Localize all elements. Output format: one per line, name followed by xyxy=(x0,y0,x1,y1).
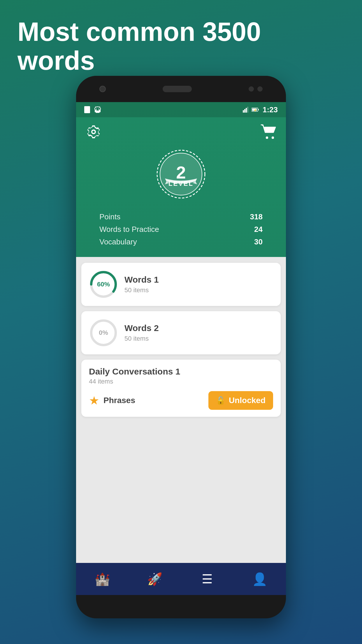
svg-text:⚡: ⚡ xyxy=(254,108,257,112)
stat-label-words: Words to Practice xyxy=(99,225,159,234)
unlock-label: Unlocked xyxy=(229,396,266,405)
status-bar: ⚡ 1:23 xyxy=(76,102,286,117)
stat-value-vocab: 30 xyxy=(254,237,263,246)
sensor-dot-2 xyxy=(257,86,263,92)
nav-item-rocket[interactable]: 🚀 xyxy=(129,563,181,595)
level-label: LEVEL xyxy=(168,180,194,188)
words1-progress: 60% xyxy=(89,270,118,299)
level-badge: 2 LEVEL xyxy=(153,146,209,202)
front-camera xyxy=(99,86,106,92)
phrases-label: Phrases xyxy=(103,396,135,405)
words1-title: Words 1 xyxy=(124,275,273,285)
words2-title: Words 2 xyxy=(124,323,273,333)
phone-screen: ⚡ 1:23 xyxy=(76,102,286,595)
settings-button[interactable] xyxy=(85,123,102,141)
status-left-icons xyxy=(84,106,102,113)
svg-point-2 xyxy=(99,109,99,110)
daily-card-footer: ★ Phrases 🔓 Unlocked xyxy=(89,391,273,410)
words1-subtitle: 50 items xyxy=(124,286,273,294)
words1-info: Words 1 50 items xyxy=(124,275,273,294)
words2-percent: 0% xyxy=(99,329,108,337)
list-icon: ☰ xyxy=(202,572,213,586)
daily-conversations-card[interactable]: Daily Conversations 1 44 items ★ Phrases… xyxy=(81,360,281,417)
daily-card-header: Daily Conversations 1 44 items xyxy=(89,367,273,385)
app-header xyxy=(76,117,286,146)
words1-card[interactable]: 60% Words 1 50 items xyxy=(81,263,281,306)
level-badge-container: 2 LEVEL xyxy=(76,146,286,202)
battery-icon: ⚡ xyxy=(252,107,260,112)
unlocked-button[interactable]: 🔓 Unlocked xyxy=(208,391,273,410)
unlock-icon: 🔓 xyxy=(216,396,225,405)
stat-label-points: Points xyxy=(99,212,120,221)
svg-rect-8 xyxy=(243,110,244,113)
shop-button[interactable] xyxy=(260,123,277,141)
status-right-icons: ⚡ 1:23 xyxy=(243,105,278,114)
phone-sensors xyxy=(249,86,263,92)
bottom-navigation: 🏰 🚀 ☰ 👤 xyxy=(76,563,286,595)
svg-point-1 xyxy=(96,109,97,110)
svg-line-3 xyxy=(95,106,96,107)
words1-percent: 60% xyxy=(97,281,110,288)
phone-top-bar xyxy=(76,76,286,102)
phrases-section: ★ Phrases xyxy=(89,394,135,407)
svg-rect-11 xyxy=(247,107,248,113)
star-icon: ★ xyxy=(89,394,99,407)
phone-bottom xyxy=(76,595,286,618)
cart-icon xyxy=(261,124,277,139)
svg-point-19 xyxy=(272,136,274,139)
words2-progress: 0% xyxy=(89,318,118,347)
words2-subtitle: 50 items xyxy=(124,335,273,342)
svg-rect-14 xyxy=(258,109,259,110)
android-icon xyxy=(94,106,102,113)
nav-item-home[interactable]: 🏰 xyxy=(76,563,129,595)
nav-item-profile[interactable]: 👤 xyxy=(233,563,286,595)
phone-frame: ⚡ 1:23 xyxy=(76,76,286,618)
castle-icon: 🏰 xyxy=(95,572,110,586)
stat-value-points: 318 xyxy=(250,212,263,221)
words2-card[interactable]: 0% Words 2 50 items xyxy=(81,311,281,354)
stat-row-words: Words to Practice 24 xyxy=(99,223,263,236)
words2-info: Words 2 50 items xyxy=(124,323,273,342)
svg-rect-7 xyxy=(96,111,99,113)
level-badge-text: 2 LEVEL xyxy=(168,164,194,188)
rocket-icon: 🚀 xyxy=(147,572,162,586)
svg-line-4 xyxy=(99,106,100,107)
sensor-dot-1 xyxy=(249,86,254,92)
svg-rect-9 xyxy=(244,109,245,113)
level-number: 2 xyxy=(168,164,194,181)
daily-card-subtitle: 44 items xyxy=(89,378,273,385)
status-time: 1:23 xyxy=(263,105,278,114)
phone-speaker xyxy=(163,86,192,92)
person-icon: 👤 xyxy=(252,572,267,586)
stats-section: Points 318 Words to Practice 24 Vocabula… xyxy=(76,208,286,257)
stat-row-points: Points 318 xyxy=(99,211,263,223)
cards-section: 60% Words 1 50 items 0% Words 2 50 item xyxy=(76,257,286,563)
gear-icon xyxy=(86,124,101,139)
daily-card-title: Daily Conversations 1 xyxy=(89,367,273,377)
signal-icon xyxy=(243,107,249,113)
background-title: Most common 3500 words xyxy=(17,18,345,75)
sd-card-icon xyxy=(84,106,90,113)
stat-value-words: 24 xyxy=(254,225,263,234)
stat-row-vocab: Vocabulary 30 xyxy=(99,236,263,248)
nav-item-list[interactable]: ☰ xyxy=(181,563,233,595)
svg-rect-10 xyxy=(246,108,247,113)
stat-label-vocab: Vocabulary xyxy=(99,237,137,246)
svg-point-18 xyxy=(266,136,268,139)
